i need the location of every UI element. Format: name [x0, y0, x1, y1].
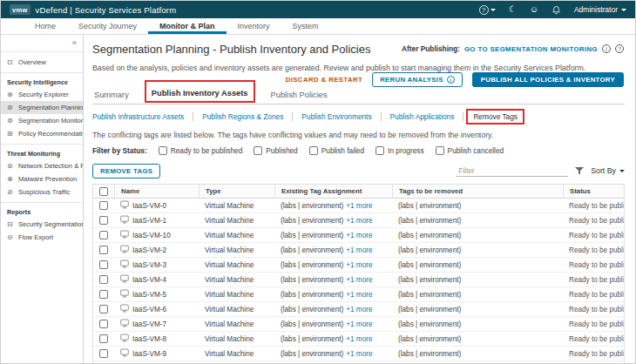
nav-item-inventory[interactable]: Inventory [227, 18, 281, 34]
filter-funnel-icon[interactable] [575, 163, 584, 179]
more-tags-link[interactable]: +1 more [346, 306, 372, 313]
table-row: IaaS-VM-2 Virtual Machine (labs | enviro… [93, 243, 624, 258]
table-row: IaaS-VM-0 Virtual Machine (labs | enviro… [93, 199, 624, 213]
after-publishing: After Publishing: GO TO SEGMENTATION MON… [402, 44, 624, 53]
sidebar-item-malware-prevention[interactable]: ⊗ Malware Prevention [1, 172, 83, 185]
existing-tags: (labs | environment) [281, 335, 343, 343]
feedback-icon[interactable]: ☺ [530, 5, 538, 14]
vm-name: IaaS-VM-10 [132, 232, 171, 239]
column-header-existing-tag[interactable]: Existing Tag Assignment [274, 185, 392, 198]
sort-by-dropdown[interactable]: Sort By [591, 166, 625, 175]
column-header-name[interactable]: Name [114, 185, 199, 198]
vm-name: IaaS-VM-5 [132, 291, 166, 299]
more-tags-link[interactable]: +1 more [346, 261, 372, 269]
nav-item-monitor-plan[interactable]: Monitor & Plan [148, 18, 227, 34]
remove-tags-button[interactable]: REMOVE TAGS [92, 164, 160, 179]
sidebar-item-security-segmentation-report[interactable]: ⊟ Security Segmentation R... [1, 218, 83, 231]
tags-to-be-removed: (labs | environment) [392, 217, 563, 225]
column-header-status[interactable]: Status [563, 185, 624, 198]
discard-restart-button[interactable]: DISCARD & RESTART [286, 76, 363, 84]
subtab-bar: Publish Infrastructure Assets Publish Re… [92, 111, 625, 122]
more-tags-link[interactable]: +1 more [346, 335, 372, 343]
subtab-publish-environments[interactable]: Publish Environments [301, 112, 371, 121]
select-all-checkbox[interactable] [99, 187, 108, 196]
more-tags-link[interactable]: +1 more [346, 350, 372, 358]
sidebar-item-policy-recommendations[interactable]: ⊞ Policy Recommendations [1, 127, 83, 140]
subtab-publish-infrastructure-assets[interactable]: Publish Infrastructure Assets [92, 112, 184, 121]
sidebar-item-suspicious-traffic[interactable]: ⊘ Suspicious Traffic [1, 185, 83, 199]
annotation-red-box-remove-tags: Remove Tags [466, 109, 524, 125]
vm-name: IaaS-VM-4 [132, 276, 166, 284]
sidebar-item-network-detection[interactable]: ⊜ Network Detection & Res... [1, 159, 83, 172]
vm-type: Virtual Machine [199, 335, 274, 343]
sidebar-collapse-icon[interactable]: « [1, 37, 83, 48]
more-tags-link[interactable]: +1 more [346, 320, 372, 328]
row-checkbox[interactable] [99, 305, 108, 313]
more-tags-link[interactable]: +1 more [346, 246, 372, 254]
network-detection-icon: ⊜ [7, 162, 15, 170]
column-header-tags-to-be-removed[interactable]: Tags to be removed [392, 185, 563, 198]
tab-publish-policies[interactable]: Publish Policies [271, 91, 328, 99]
dark-mode-icon[interactable]: ☾ [509, 5, 517, 14]
row-checkbox[interactable] [99, 201, 108, 210]
user-menu[interactable]: Administrator [574, 5, 626, 14]
tags-to-be-removed: (labs | environment) [392, 276, 563, 284]
existing-tags: (labs | environment) [281, 276, 343, 284]
tags-to-be-removed: (labs | environment) [392, 261, 563, 269]
row-checkbox[interactable] [99, 334, 108, 343]
go-to-segmentation-monitoring-link[interactable]: GO TO SEGMENTATION MONITORING [464, 45, 598, 53]
checkbox-ready-to-be-published[interactable] [159, 146, 167, 155]
checkbox-publish-failed[interactable] [309, 146, 318, 155]
conflict-description: The conflicting tags are listed below. T… [92, 131, 625, 139]
existing-tags: (labs | environment) [281, 320, 343, 328]
notifications-bell-icon[interactable] [551, 5, 561, 15]
row-checkbox[interactable] [99, 216, 108, 225]
row-checkbox[interactable] [99, 246, 108, 254]
row-checkbox[interactable] [99, 275, 108, 284]
sidebar-item-overview[interactable]: ⊡ Overview [1, 56, 83, 69]
more-tags-link[interactable]: +1 more [346, 217, 372, 225]
nav-item-security-journey[interactable]: Security Journey [67, 18, 148, 34]
table-row: IaaS-VM-8 Virtual Machine (labs | enviro… [93, 332, 624, 347]
checkbox-publish-cancelled[interactable] [436, 146, 444, 155]
sidebar-item-flow-export[interactable]: ⊖ Flow Export [1, 231, 83, 244]
product-title: vDefend | Security Services Platform [36, 5, 177, 15]
status-text: Ready to be published [569, 232, 624, 239]
status-text: Ready to be published [569, 276, 624, 284]
app-window: vmw vDefend | Security Services Platform… [0, 0, 636, 364]
nav-item-system[interactable]: System [281, 18, 330, 34]
checkbox-in-progress[interactable] [376, 146, 384, 155]
sidebar-item-security-explorer[interactable]: ⊕ Security Explorer [1, 88, 83, 101]
more-tags-link[interactable]: +1 more [346, 232, 372, 239]
publish-all-button[interactable]: PUBLISH ALL POLICIES & INVENTORY [472, 72, 624, 87]
row-checkbox[interactable] [99, 260, 108, 269]
more-tags-link[interactable]: +1 more [346, 276, 372, 284]
help-menu[interactable]: ? [479, 5, 496, 15]
row-checkbox[interactable] [99, 320, 108, 328]
vm-icon [120, 200, 129, 211]
checkbox-published[interactable] [254, 146, 262, 155]
more-tags-link[interactable]: +1 more [346, 291, 372, 299]
tab-publish-inventory-assets[interactable]: Publish Inventory Assets [152, 89, 248, 98]
table-row: IaaS-VM-5 Virtual Machine (labs | enviro… [93, 287, 624, 302]
more-tags-link[interactable]: +1 more [346, 202, 372, 210]
row-checkbox[interactable] [99, 231, 108, 239]
subtab-publish-regions-zones[interactable]: Publish Regions & Zones [202, 112, 283, 121]
question-icon[interactable]: ? [615, 44, 624, 53]
subtab-publish-applications[interactable]: Publish Applications [390, 112, 455, 121]
vm-name: IaaS-VM-6 [132, 306, 166, 313]
nav-item-home[interactable]: Home [24, 18, 67, 34]
row-checkbox[interactable] [99, 290, 108, 299]
column-header-type[interactable]: Type [199, 185, 274, 198]
main-content: Segmentation Planning - Publish Inventor… [84, 35, 635, 364]
filter-input[interactable] [457, 165, 568, 177]
rerun-analysis-button[interactable]: RERUN ANALYSIS i [372, 72, 463, 87]
row-checkbox[interactable] [99, 349, 108, 358]
sidebar-item-segmentation-planning[interactable]: ⊛ Segmentation Planning [1, 101, 83, 114]
table-row: IaaS-VM-7 Virtual Machine (labs | enviro… [93, 317, 624, 332]
sidebar-item-segmentation-monitoring[interactable]: ⊚ Segmentation Monitoring [1, 114, 83, 127]
subtab-remove-tags[interactable]: Remove Tags [473, 112, 518, 121]
vm-name: IaaS-VM-1 [132, 217, 166, 225]
tab-summary[interactable]: Summary [94, 91, 129, 99]
info-icon[interactable]: i [602, 44, 611, 53]
